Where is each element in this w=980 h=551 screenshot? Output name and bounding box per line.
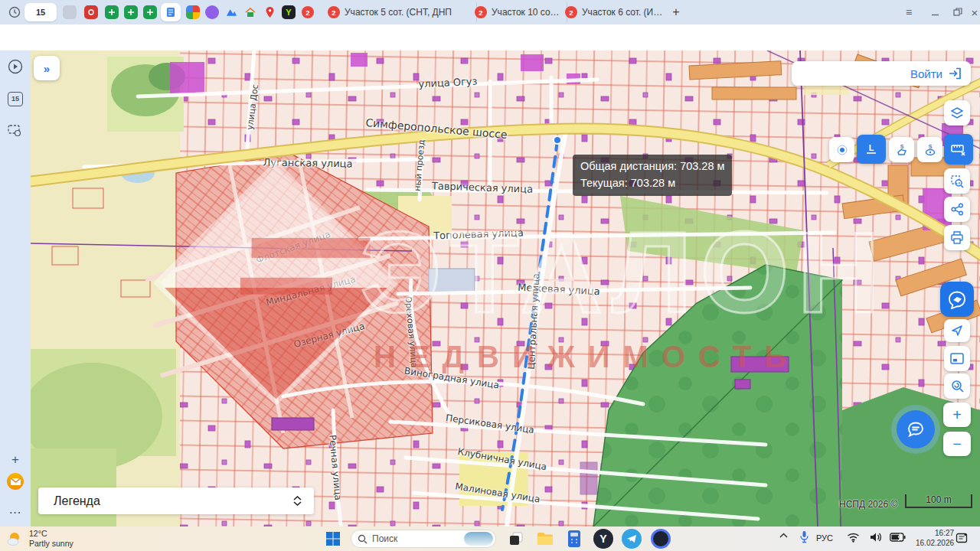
add-panel-icon[interactable]: + [7,452,24,468]
street-label: Клубничная улица [457,446,547,472]
svg-text:L: L [869,143,874,152]
zoom-out-button[interactable]: − [943,432,971,456]
yandex-browser-button[interactable]: Y [593,529,613,549]
wifi-icon[interactable] [847,532,860,543]
pinned-tab-badge-icon[interactable]: 2 [301,5,315,19]
weather-temp: 12°C [29,529,47,538]
pinned-tab-map-pin-icon[interactable] [263,5,276,19]
red-badge: 2 [302,6,314,18]
active-tab-document-icon[interactable] [161,3,181,21]
pinned-tab-sheet-icon-2[interactable] [124,5,138,19]
street-label: Луганская улица [263,156,352,169]
overview-map-button[interactable] [944,346,970,371]
pinned-tab-pinwheel-icon[interactable] [186,5,200,19]
tab-parcel-10[interactable]: 2 Участок 10 сот. (ИЖС) на [469,2,567,22]
street-label: Миндальная улица [265,274,357,308]
measure-point-tool[interactable] [829,137,854,162]
my-location-button[interactable] [944,319,970,342]
measure-area-polygon-tool[interactable]: S [889,137,914,162]
more-panel-icon[interactable]: ⋯ [7,504,24,520]
map-canvas[interactable]: улица ОгузСимферопольское шоссеЛуганская… [31,51,980,527]
clock-widget[interactable]: 16:27 16.02.2026 [916,529,954,548]
calendar-icon[interactable]: 15 [7,90,24,107]
pinned-tab-gray-icon[interactable] [63,5,77,19]
street-label: улица Дос [245,84,260,131]
chat-icon [906,421,925,438]
pinned-tab-calendar[interactable]: 15 [24,3,57,21]
login-button[interactable]: Войти [792,61,971,86]
search-icon [358,534,368,544]
weather-widget[interactable]: 12°C Partly sunny [6,529,74,549]
nspd-logo-button[interactable] [940,282,974,317]
legend-collapse-icon[interactable] [293,496,302,506]
tab-parcel-6[interactable]: 2 Участок 6 сот. (ИЖС) на п [559,2,671,22]
street-label: Флотская улица [254,229,332,266]
notification-center-icon[interactable] [956,532,968,544]
calendar-date-label: 15 [36,8,45,17]
street-label: Ореховая улица [403,296,419,369]
tab-parcel-5[interactable]: 2 Участок 5 сот. (СНТ, ДНП [322,2,477,22]
measure-tool-button[interactable] [944,134,973,165]
task-view-button[interactable] [508,531,524,546]
search-area-button[interactable] [944,168,970,194]
speaker-icon[interactable] [870,532,882,543]
svg-text:S: S [900,144,903,149]
street-label: Тополевая улица [433,227,524,241]
tray-date: 16.02.2026 [916,539,954,547]
language-indicator[interactable]: РУС [816,533,833,543]
mail-icon[interactable] [7,473,24,490]
new-tab-button[interactable]: + [668,5,684,20]
print-button[interactable] [944,225,970,250]
yandex-y-icon: Y [593,529,613,549]
pinned-tab-mountain-icon[interactable] [224,5,238,19]
pinned-tab-red-app-icon[interactable] [84,5,98,19]
weather-desc: Partly sunny [29,539,74,548]
measure-length-tool[interactable]: L [857,135,886,164]
street-label: Озерная улица [292,321,366,350]
tray-expand-icon[interactable] [779,533,788,538]
restore-icon[interactable] [949,5,966,20]
street-label: Симферопольское шоссе [365,116,508,141]
share-button[interactable] [944,197,970,222]
telegram-icon [622,529,642,549]
street-label: ный проезд [413,139,427,192]
start-button[interactable] [325,530,341,547]
windows-taskbar: 12°C Partly sunny Поиск Y 233 [0,527,980,551]
close-icon[interactable]: × [966,5,980,20]
street-labels-layer: улица ОгузСимферопольское шоссеЛуганская… [31,51,980,527]
language-label: РУС [816,533,833,543]
street-label: Малиновая улица [455,481,541,504]
pinned-tab-purple-icon[interactable] [205,5,219,19]
street-label: Виноградная улица [403,365,500,390]
expand-panel-button[interactable]: » [34,56,60,80]
screenshot-icon[interactable] [7,122,24,139]
file-explorer-button[interactable] [536,530,554,547]
microphone-icon[interactable] [799,530,809,543]
app-o-button[interactable] [651,529,671,549]
scale-bar: 100 m [905,494,972,508]
pinned-tab-house-icon[interactable] [243,5,257,19]
pinned-tab-clock-icon[interactable] [8,5,21,19]
login-icon [949,67,962,80]
legend-bar[interactable]: Легенда [38,487,314,514]
calculator-icon [567,530,582,548]
pinned-tab-sheet-icon-1[interactable] [105,5,119,19]
measure-current: Текущая: 703.28 м [580,175,724,192]
battery-icon[interactable] [890,533,906,542]
legend-label: Легенда [54,494,100,508]
search-object-button[interactable] [944,373,970,399]
browser-menu-icon[interactable]: ≡ [900,5,917,20]
browser-tabstrip: 15 Y 2 2 [0,0,980,24]
measure-total: Общая дистанция: 703.28 м [580,158,724,175]
telegram-button[interactable] [622,529,642,549]
calculator-button[interactable] [567,530,582,548]
taskbar-search[interactable]: Поиск [351,530,496,548]
minimize-icon[interactable] [926,5,943,20]
pinned-tab-sheet-icon-3[interactable] [143,5,157,19]
pinned-tab-y-icon[interactable]: Y [282,5,296,19]
chat-widget-button[interactable] [897,410,935,448]
layers-button[interactable] [944,100,970,126]
video-play-icon[interactable] [7,58,24,75]
zoom-in-button[interactable]: + [943,403,971,427]
measure-area-ellipse-tool[interactable]: S [917,137,942,162]
